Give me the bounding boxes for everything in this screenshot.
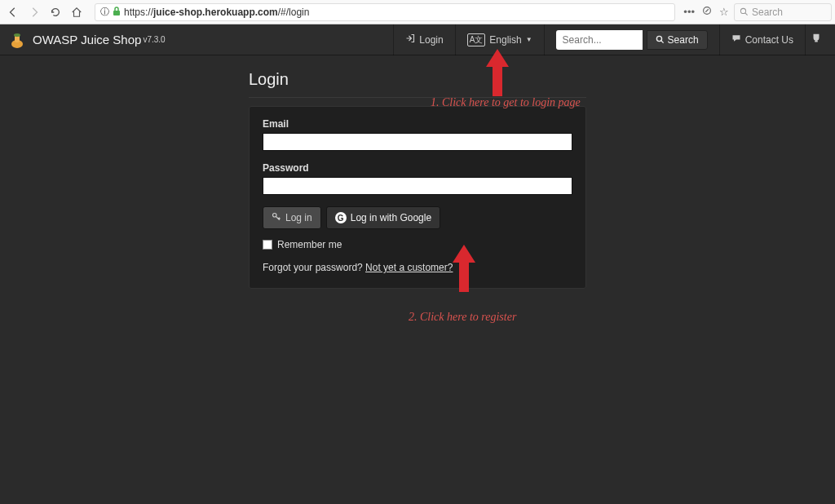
browser-page-actions: ••• ☆	[683, 5, 732, 19]
app-logo[interactable]	[8, 31, 26, 49]
language-icon: A文	[467, 33, 486, 46]
main-content: Login Email Password Log in G Log in wit…	[0, 55, 835, 300]
nav-search-button[interactable]: Search	[647, 30, 708, 50]
browser-search-placeholder: Search	[752, 7, 783, 18]
svg-point-2	[740, 8, 745, 13]
key-icon	[272, 212, 281, 224]
forgot-row: Forgot your password? Not yet a customer…	[263, 262, 572, 273]
nav-trophy-link[interactable]	[805, 24, 827, 55]
search-icon	[656, 35, 665, 44]
svg-point-5	[14, 33, 20, 37]
app-title[interactable]: OWASP Juice Shop	[33, 33, 141, 46]
email-field[interactable]	[263, 133, 572, 151]
svg-rect-0	[113, 11, 120, 15]
nav-contact-link[interactable]: Contact Us	[719, 24, 805, 55]
remember-row[interactable]: Remember me	[263, 239, 572, 250]
google-login-button[interactable]: G Log in with Google	[326, 206, 440, 229]
comment-icon	[731, 33, 741, 46]
reader-icon[interactable]	[701, 5, 713, 19]
trophy-icon	[811, 33, 822, 46]
password-label: Password	[263, 162, 572, 174]
browser-search-box[interactable]: Search	[734, 3, 832, 21]
forward-button[interactable]	[24, 2, 44, 22]
google-icon: G	[335, 212, 347, 223]
login-button-row: Log in G Log in with Google	[263, 206, 572, 229]
remember-label: Remember me	[277, 239, 342, 250]
reload-button[interactable]	[46, 2, 65, 22]
google-button-label: Log in with Google	[351, 212, 431, 223]
home-button[interactable]	[67, 2, 86, 22]
chevron-down-icon: ▼	[526, 36, 532, 43]
email-label: Email	[263, 118, 572, 130]
login-heading: Login	[249, 67, 586, 98]
nav-search-group: Search	[544, 24, 719, 55]
nav-search-input[interactable]	[556, 30, 643, 50]
url-bar[interactable]: ⓘ https://juice-shop.herokuapp.com/#/log…	[95, 3, 675, 21]
svg-point-6	[656, 36, 661, 41]
url-text: https://juice-shop.herokuapp.com/#/login	[124, 7, 669, 18]
register-link[interactable]: Not yet a customer?	[365, 262, 453, 273]
more-icon[interactable]: •••	[683, 6, 695, 18]
nav-login-link[interactable]: Login	[393, 24, 454, 55]
bookmark-icon[interactable]: ☆	[719, 6, 729, 18]
nav-language-label: English	[489, 34, 521, 46]
remember-checkbox[interactable]	[263, 240, 272, 250]
browser-toolbar: ⓘ https://juice-shop.herokuapp.com/#/log…	[0, 0, 835, 24]
forgot-text: Forgot your password?	[263, 262, 365, 273]
login-button[interactable]: Log in	[263, 206, 321, 229]
app-version: v7.3.0	[143, 35, 165, 44]
login-icon	[405, 33, 415, 46]
nav-contact-label: Contact Us	[745, 34, 793, 46]
lock-icon	[113, 7, 121, 18]
nav-login-label: Login	[419, 34, 443, 46]
nav-search-btn-label: Search	[668, 34, 699, 46]
password-field[interactable]	[263, 177, 572, 195]
annotation-text-2: 2. Click here to register	[409, 311, 516, 324]
back-button[interactable]	[3, 2, 23, 22]
app-navbar: OWASP Juice Shop v7.3.0 Login A文 English…	[0, 24, 835, 55]
nav-language-link[interactable]: A文 English ▼	[455, 24, 544, 55]
login-button-label: Log in	[285, 212, 312, 223]
login-panel: Email Password Log in G Log in with Goog…	[249, 106, 586, 289]
info-icon: ⓘ	[100, 6, 109, 18]
login-container: Login Email Password Log in G Log in wit…	[249, 67, 586, 289]
